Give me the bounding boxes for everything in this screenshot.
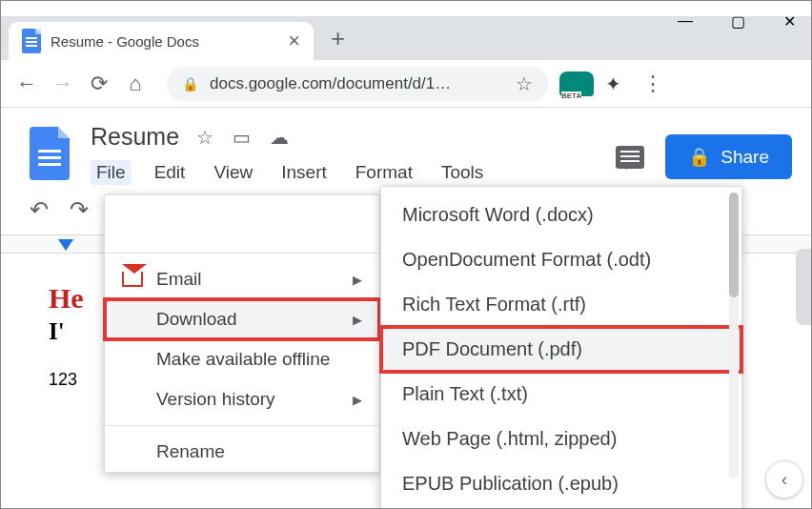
cloud-status-icon[interactable]: ☁ — [270, 126, 289, 149]
home-button[interactable]: ⌂ — [123, 71, 148, 96]
scrollbar-thumb[interactable] — [729, 193, 739, 297]
file-menu-version-label: Version history — [156, 389, 275, 410]
tab-title: Resume - Google Docs — [51, 33, 278, 50]
share-label: Share — [721, 147, 769, 168]
browser-tab[interactable]: Resume - Google Docs × — [9, 22, 314, 60]
file-menu-offline-label: Make available offline — [156, 349, 330, 370]
file-menu-download-label: Download — [156, 309, 237, 330]
menu-edit[interactable]: Edit — [149, 160, 192, 185]
close-window-button[interactable]: ✕ — [783, 12, 796, 31]
menubar: File Edit View Insert Format Tools — [91, 160, 595, 185]
forward-button: → — [51, 71, 75, 96]
download-epub[interactable]: EPUB Publication (.epub) — [381, 461, 741, 506]
bookmark-star-icon[interactable]: ☆ — [516, 72, 533, 95]
reload-button[interactable]: ⟳ — [87, 71, 112, 96]
menu-format[interactable]: Format — [350, 160, 418, 185]
docs-logo-icon[interactable] — [30, 127, 70, 180]
download-docx[interactable]: Microsoft Word (.docx) — [381, 193, 741, 237]
browser-toolbar: ← → ⟳ ⌂ 🔒 docs.google.com/document/d/1… … — [1, 60, 811, 108]
menu-tools[interactable]: Tools — [436, 160, 489, 185]
download-html[interactable]: Web Page (.html, zipped) — [381, 417, 741, 461]
star-icon[interactable]: ☆ — [196, 126, 213, 149]
maximize-button[interactable]: ▢ — [731, 12, 745, 31]
indent-marker-icon[interactable] — [58, 239, 73, 251]
submenu-arrow-icon: ▶ — [353, 313, 362, 327]
lock-share-icon: 🔒 — [688, 146, 711, 168]
download-odt[interactable]: OpenDocument Format (.odt) — [381, 237, 741, 282]
window-controls: — ▢ ✕ — [678, 12, 796, 31]
download-rtf[interactable]: Rich Text Format (.rtf) — [381, 282, 741, 327]
document-title[interactable]: Resume — [91, 123, 179, 151]
back-button[interactable]: ← — [14, 71, 39, 96]
url-text: docs.google.com/document/d/1… — [210, 74, 451, 93]
file-menu-offline[interactable]: Make available offline — [105, 339, 379, 379]
lock-icon: 🔒 — [182, 76, 198, 92]
file-menu-email[interactable]: Email ▶ — [105, 259, 379, 299]
gmail-icon — [122, 272, 143, 287]
file-menu-rename-label: Rename — [156, 441, 225, 462]
menu-file[interactable]: File — [91, 160, 132, 185]
download-txt[interactable]: Plain Text (.txt) — [381, 372, 741, 417]
file-menu-email-label: Email — [156, 269, 202, 290]
submenu-arrow-icon: ▶ — [353, 393, 362, 407]
new-tab-button[interactable]: + — [331, 24, 345, 53]
file-menu-version[interactable]: Version history ▶ — [105, 379, 379, 419]
share-button[interactable]: 🔒 Share — [665, 134, 792, 179]
close-tab-icon[interactable]: × — [288, 29, 300, 53]
minimize-button[interactable]: — — [678, 12, 693, 31]
beta-extension-icon[interactable] — [559, 71, 594, 96]
address-bar[interactable]: 🔒 docs.google.com/document/d/1… ☆ — [167, 67, 548, 101]
menu-view[interactable]: View — [208, 160, 258, 185]
undo-button[interactable]: ↶ — [30, 196, 49, 223]
menu-insert[interactable]: Insert — [275, 160, 333, 185]
comments-icon[interactable] — [616, 146, 644, 169]
file-menu-download[interactable]: Download ▶ — [105, 299, 379, 339]
side-panel-handle[interactable] — [796, 249, 811, 325]
submenu-scrollbar[interactable] — [729, 193, 739, 478]
download-submenu: Microsoft Word (.docx) OpenDocument Form… — [380, 186, 742, 509]
download-pdf[interactable]: PDF Document (.pdf) — [381, 327, 741, 372]
move-icon[interactable]: ▭ — [233, 126, 251, 149]
redo-button[interactable]: ↷ — [70, 196, 89, 223]
explore-collapse-button[interactable]: ‹ — [765, 460, 803, 499]
browser-menu-button[interactable]: ⋮ — [642, 71, 663, 96]
submenu-arrow-icon: ▶ — [353, 273, 362, 287]
docs-header: Resume ☆ ▭ ☁ File Edit View Insert Forma… — [1, 108, 811, 185]
file-menu-rename[interactable]: Rename — [105, 432, 379, 472]
docs-favicon — [22, 29, 41, 53]
extensions-icon[interactable]: ✦ — [605, 72, 621, 95]
file-dropdown: Email ▶ Download ▶ Make available offlin… — [104, 194, 380, 473]
